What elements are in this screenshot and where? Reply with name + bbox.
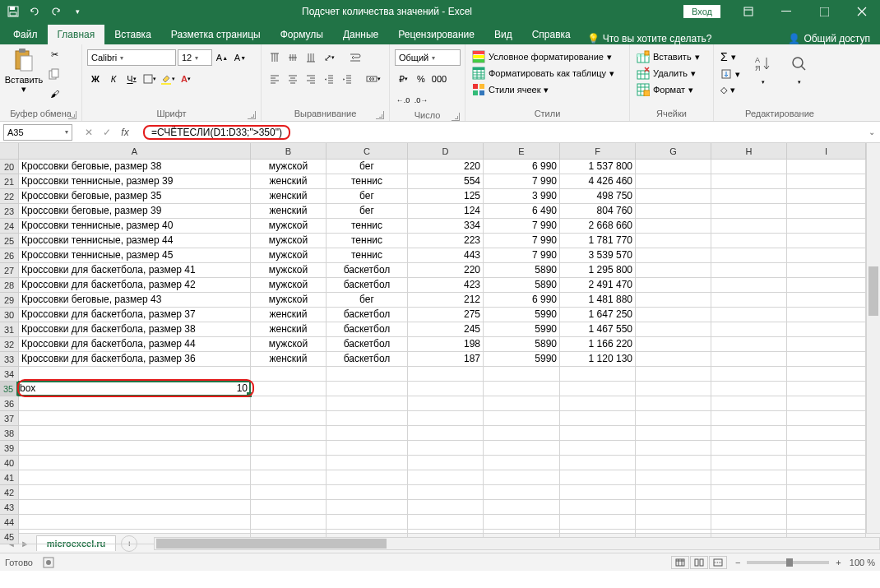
insert-function-button[interactable]: fx — [117, 124, 133, 141]
cell[interactable] — [636, 308, 711, 322]
row-header[interactable]: 42 — [0, 485, 18, 500]
cell[interactable] — [484, 411, 560, 426]
cell[interactable]: 6 990 — [484, 293, 560, 308]
align-top-button[interactable] — [266, 49, 283, 66]
insert-cells-button[interactable]: Вставить▾ — [635, 49, 702, 64]
increase-decimal-button[interactable]: ←.0 — [395, 92, 411, 109]
tab-review[interactable]: Рецензирование — [388, 25, 484, 44]
cell[interactable]: 212 — [408, 293, 484, 308]
cell[interactable] — [787, 382, 866, 396]
cell[interactable]: 4 426 460 — [560, 174, 636, 189]
italic-button[interactable]: К — [105, 71, 122, 87]
row-header[interactable]: 38 — [0, 426, 18, 441]
cell[interactable] — [787, 470, 866, 485]
percent-format-button[interactable]: % — [413, 71, 429, 87]
vertical-scroll-thumb[interactable] — [868, 266, 878, 316]
cell[interactable] — [787, 515, 866, 530]
cell[interactable]: женский — [251, 204, 327, 219]
cell[interactable] — [19, 367, 251, 382]
cell[interactable] — [560, 485, 636, 500]
cell[interactable]: баскетбол — [327, 263, 408, 278]
cell[interactable]: 7 990 — [484, 234, 560, 248]
formula-input[interactable]: =СЧЁТЕСЛИ(D1:D33;">350") — [138, 124, 864, 141]
merge-button[interactable]: ▾ — [365, 71, 382, 87]
cell[interactable] — [787, 263, 866, 278]
alignment-launcher[interactable] — [376, 111, 384, 119]
cell[interactable]: мужской — [251, 234, 327, 248]
column-header-D[interactable]: D — [408, 143, 484, 159]
cell[interactable] — [636, 456, 711, 470]
cell[interactable]: баскетбол — [327, 308, 408, 322]
cell[interactable] — [787, 411, 866, 426]
cell[interactable] — [327, 485, 408, 500]
cell[interactable]: теннис — [327, 219, 408, 234]
column-header-C[interactable]: C — [327, 143, 408, 159]
horizontal-scroll-thumb[interactable] — [156, 539, 387, 549]
cell[interactable] — [787, 174, 866, 189]
format-painter-button[interactable]: 🖌 — [46, 86, 63, 102]
cell[interactable] — [251, 441, 327, 456]
cell[interactable] — [251, 515, 327, 530]
cell[interactable] — [636, 278, 711, 293]
cell[interactable] — [484, 382, 560, 396]
row-header[interactable]: 44 — [0, 515, 18, 530]
cell[interactable] — [251, 485, 327, 500]
row-header[interactable]: 30 — [0, 308, 18, 322]
cell[interactable] — [484, 515, 560, 530]
cell[interactable]: теннис — [327, 248, 408, 263]
cell[interactable] — [484, 396, 560, 411]
cell[interactable] — [560, 411, 636, 426]
cell[interactable]: Кроссовки для баскетбола, размер 36 — [19, 352, 251, 367]
cell[interactable]: 5990 — [484, 352, 560, 367]
cell[interactable] — [251, 426, 327, 441]
cell[interactable] — [560, 515, 636, 530]
cell[interactable] — [251, 367, 327, 382]
cell[interactable] — [19, 500, 251, 515]
cell[interactable]: Кроссовки для баскетбола, размер 41 — [19, 263, 251, 278]
cell[interactable] — [560, 500, 636, 515]
cell[interactable]: 443 — [408, 248, 484, 263]
cell[interactable] — [711, 337, 787, 352]
cell[interactable]: мужской — [251, 219, 327, 234]
cell[interactable]: Кроссовки теннисные, размер 39 — [19, 174, 251, 189]
cell[interactable] — [408, 396, 484, 411]
cell[interactable] — [636, 337, 711, 352]
cell[interactable] — [711, 352, 787, 367]
cell[interactable] — [327, 470, 408, 485]
tab-data[interactable]: Данные — [333, 25, 388, 44]
cell[interactable]: Кроссовки теннисные, размер 45 — [19, 248, 251, 263]
zoom-slider[interactable] — [747, 561, 829, 564]
cell[interactable] — [711, 515, 787, 530]
decrease-font-button[interactable]: A▼ — [232, 49, 248, 66]
cell[interactable]: 7 990 — [484, 219, 560, 234]
cell[interactable] — [711, 382, 787, 396]
cell[interactable] — [408, 441, 484, 456]
cell[interactable] — [787, 352, 866, 367]
cell[interactable] — [711, 219, 787, 234]
row-header[interactable]: 40 — [0, 456, 18, 470]
cell[interactable] — [408, 411, 484, 426]
cell[interactable] — [711, 456, 787, 470]
cell[interactable]: 10 — [19, 382, 251, 396]
cell[interactable]: 6 990 — [484, 160, 560, 174]
cell[interactable]: 5990 — [484, 308, 560, 322]
clear-button[interactable]: ◇▾ — [719, 84, 742, 96]
cell[interactable]: бег — [327, 189, 408, 204]
share-button[interactable]: 👤 Общий доступ — [781, 33, 877, 44]
cell[interactable] — [636, 411, 711, 426]
column-header-I[interactable]: I — [787, 143, 866, 159]
cell[interactable] — [408, 500, 484, 515]
cell[interactable]: 125 — [408, 189, 484, 204]
cell[interactable] — [711, 367, 787, 382]
cell[interactable] — [636, 500, 711, 515]
cell[interactable]: Кроссовки беговые, размер 38 — [19, 160, 251, 174]
cell[interactable] — [636, 441, 711, 456]
cell[interactable] — [19, 485, 251, 500]
cell[interactable] — [711, 441, 787, 456]
cell[interactable] — [787, 219, 866, 234]
cell[interactable] — [251, 500, 327, 515]
cell[interactable] — [327, 411, 408, 426]
row-header[interactable]: 39 — [0, 441, 18, 456]
cell[interactable] — [327, 426, 408, 441]
cell[interactable] — [711, 322, 787, 337]
